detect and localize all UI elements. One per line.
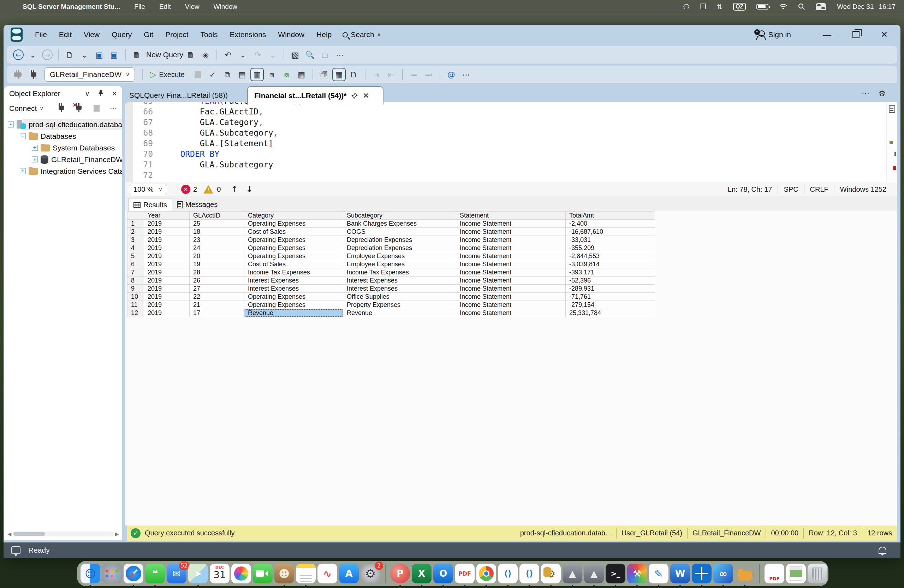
row-number[interactable]: 6	[127, 260, 144, 269]
save-all-icon[interactable]: ▣	[107, 48, 121, 62]
row-number[interactable]: 12	[127, 309, 144, 317]
grid-cell[interactable]: 28	[190, 269, 244, 277]
dock-launchpad[interactable]	[102, 564, 122, 583]
grid-cell[interactable]: 21	[190, 301, 244, 309]
code-line-70[interactable]: 70 ORDER BY	[125, 149, 897, 159]
dock-safari[interactable]	[123, 564, 143, 583]
row-number[interactable]: 3	[127, 236, 144, 244]
connect-icon[interactable]	[12, 68, 25, 81]
column-header-statement[interactable]: Statement	[456, 211, 566, 220]
code-line-69[interactable]: 69 GLA.[Statement]	[125, 138, 897, 149]
dock-freeform[interactable]: ∿	[318, 564, 337, 583]
grid-cell[interactable]: 2019	[144, 236, 190, 244]
dock-webpage-document[interactable]	[786, 564, 806, 583]
grid-cell[interactable]: 2019	[144, 252, 190, 260]
grid-cell[interactable]: 2019	[144, 293, 190, 301]
column-header-totalamt[interactable]: TotalAmt	[566, 211, 655, 220]
grid-cell[interactable]: 22	[190, 293, 244, 301]
row-number[interactable]: 5	[127, 252, 144, 260]
dock-finder[interactable]: ☺	[81, 564, 100, 583]
dock-chrome[interactable]	[476, 564, 496, 583]
grid-cell[interactable]: Income Statement	[456, 236, 566, 244]
row-number[interactable]: 10	[127, 293, 144, 301]
results-grid[interactable]: YearGLAcctIDCategorySubcategoryStatement…	[127, 211, 655, 317]
intellisense-enabled-icon[interactable]: ▥	[250, 68, 264, 81]
connect-dropdown[interactable]: Connect	[9, 104, 37, 113]
grid-cell[interactable]: Employee Expenses	[343, 252, 456, 260]
grid-cell[interactable]: -71,761	[566, 293, 655, 301]
new-query-doc-icon[interactable]: 🗎	[184, 48, 198, 62]
wifi-icon[interactable]	[779, 3, 787, 10]
grid-cell[interactable]: Income Statement	[456, 277, 566, 285]
collapse-icon[interactable]: -	[8, 122, 14, 128]
pin-icon[interactable]	[98, 90, 104, 98]
cursor-position[interactable]: Ln: 78, Ch: 17	[722, 185, 778, 193]
menu-file[interactable]: File	[29, 30, 53, 39]
scrollbar-thumb[interactable]	[13, 532, 45, 536]
tab-list-overflow-icon[interactable]: ⋯	[861, 89, 869, 98]
collapse-icon[interactable]: -	[20, 133, 26, 139]
grid-cell[interactable]: Revenue	[343, 309, 456, 317]
change-connection-icon[interactable]	[27, 68, 40, 81]
grid-cell[interactable]: Operating Expenses	[244, 293, 343, 301]
grid-cell[interactable]: -355,209	[566, 244, 655, 252]
tab-results[interactable]: Results	[128, 198, 172, 211]
expand-icon[interactable]: +	[32, 145, 38, 151]
new-file-chevron[interactable]: ⌄	[78, 48, 91, 62]
dock-contacts[interactable]: ☻	[274, 564, 294, 583]
display-icon[interactable]: ❒	[700, 3, 706, 11]
exec-server[interactable]: prod-sql-cfieducation.datab...	[515, 529, 616, 537]
grid-cell[interactable]: -289,931	[566, 285, 655, 293]
sync-arrows-icon[interactable]: ⇅	[717, 3, 722, 11]
dock-vscode[interactable]: ⟨⟩	[498, 564, 518, 583]
save-icon[interactable]: ▣	[93, 48, 106, 62]
dock-calendar[interactable]: DEC31	[210, 564, 229, 583]
dock-microsoft-loop[interactable]: ∞	[713, 564, 733, 583]
oe-connect-icon[interactable]	[58, 103, 65, 114]
dock-word[interactable]: W	[670, 564, 690, 583]
column-header-category[interactable]: Category	[244, 211, 343, 220]
database-selector[interactable]: GLRetail_FinanceDW ∨	[44, 68, 135, 82]
code-line-65[interactable]: 65 YEAR(Fac.GLTranDate),	[125, 102, 897, 106]
battery-icon[interactable]	[756, 4, 768, 9]
new-query-button[interactable]: 🗎	[130, 48, 143, 62]
grid-cell[interactable]: 24	[190, 244, 244, 252]
next-issue-arrow-icon[interactable]: ↓	[246, 184, 253, 194]
row-number[interactable]: 9	[127, 285, 144, 293]
dock-vscode-insiders[interactable]: ⟨⟩	[520, 564, 539, 583]
grid-cell[interactable]: Operating Expenses	[244, 252, 343, 260]
grid-cell[interactable]: 2019	[144, 309, 190, 317]
dock-outlook[interactable]: O	[433, 564, 453, 583]
grid-cell[interactable]: Income Statement	[456, 309, 566, 317]
code-line-71[interactable]: 71 GLA.Subcategory	[125, 159, 897, 170]
grid-cell[interactable]: 25	[190, 220, 244, 228]
row-number[interactable]: 4	[127, 244, 144, 252]
toolbar2-overflow-icon[interactable]: ⋯	[460, 68, 473, 81]
grid-cell[interactable]: Depreciation Expenses	[343, 244, 456, 252]
live-query-stats-icon[interactable]: ▦	[295, 68, 308, 81]
grid-cell[interactable]: -52,396	[566, 277, 655, 285]
grid-cell[interactable]: Depreciation Expenses	[343, 236, 456, 244]
menu-extensions[interactable]: Extensions	[224, 30, 272, 39]
code-line-66[interactable]: 66 Fac.GLAcctID,	[125, 106, 897, 117]
dock-powerpoint[interactable]: P	[390, 564, 410, 583]
qz-status-badge[interactable]: QZ	[733, 3, 746, 11]
grid-cell[interactable]: 20	[190, 252, 244, 260]
grid-cell[interactable]: Cost of Sales	[244, 228, 343, 236]
dock-facetime[interactable]	[253, 564, 273, 583]
dock-python-launcher-2[interactable]: ▲	[584, 564, 604, 583]
tree-item-system-databases[interactable]: +System Databases	[4, 142, 122, 153]
grid-cell[interactable]: Operating Expenses	[244, 220, 343, 228]
parse-query-icon[interactable]: ✓	[206, 68, 219, 81]
grid-cell[interactable]: Income Statement	[456, 269, 566, 277]
grid-cell[interactable]: COGS	[343, 228, 456, 236]
dock-ssms-dock[interactable]: ⚙	[541, 564, 561, 583]
feedback-bubble-icon[interactable]	[11, 546, 21, 554]
grid-cell[interactable]: 2019	[144, 285, 190, 293]
undo-icon[interactable]: ↶	[221, 48, 235, 62]
menu-help[interactable]: Help	[310, 30, 338, 39]
dock-python-launcher[interactable]: ▲	[563, 564, 582, 583]
grid-cell[interactable]: 2019	[144, 220, 190, 228]
dock-mail[interactable]: ✉52	[167, 564, 186, 583]
toolbar-overflow-icon[interactable]: ⋯	[333, 48, 346, 62]
